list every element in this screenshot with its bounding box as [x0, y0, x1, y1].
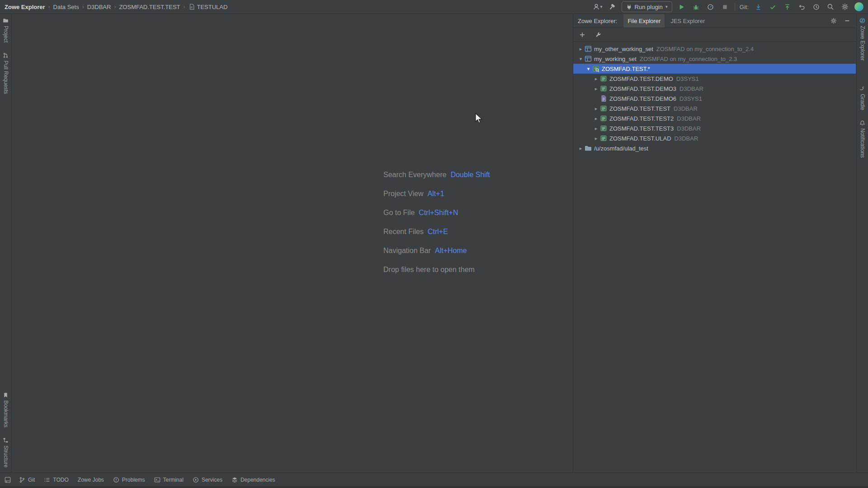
tree-item-suffix: D3DBAR [677, 125, 701, 132]
shortcut-hint-keys[interactable]: Alt+Home [435, 247, 467, 255]
tree-row[interactable]: ▸ZOSMFAD.TEST.DEMO3D3DBAR [573, 84, 856, 94]
tree-row[interactable]: ZOSMFAD.TEST.DEMO6D3SYS1 [573, 94, 856, 103]
toolwindow-button-zowe-jobs[interactable]: Zowe Jobs [73, 473, 108, 487]
commit-button[interactable] [768, 2, 778, 12]
stripe-button-notifications[interactable]: Notifications [859, 120, 866, 158]
shortcut-hint-keys[interactable]: Alt+1 [428, 190, 444, 198]
chevron-right-icon[interactable]: ▸ [577, 46, 585, 52]
tool-window-toolbar [573, 28, 856, 42]
tool-windows-toggle-button[interactable] [3, 475, 13, 485]
tree-row[interactable]: ▸ZOSMFAD.TEST.DEMOD3SYS1 [573, 74, 856, 84]
chevron-down-icon[interactable]: ▾ [585, 66, 592, 72]
stripe-button-pull-requests[interactable]: Pull Requests [3, 52, 9, 94]
wrench-button[interactable] [593, 30, 603, 40]
breadcrumb-label: Data Sets [53, 4, 79, 10]
shortcut-hint-keys[interactable]: Double Shift [451, 171, 490, 179]
toolwindow-button-problems[interactable]: Problems [108, 473, 150, 487]
chevron-right-icon[interactable]: ▸ [592, 136, 600, 141]
breadcrumb-item[interactable]: Zowe Explorer [5, 4, 45, 10]
chevron-right-icon[interactable]: ▸ [592, 106, 600, 112]
toolbar-group-run [677, 2, 730, 12]
left-stripe-bottom-group: BookmarksStructure [3, 392, 9, 468]
update-project-button[interactable] [753, 2, 763, 12]
zowe-explorer-tool-window: Zowe Explorer: File ExplorerJES Explorer… [573, 14, 856, 472]
toolbar-group-git [753, 2, 821, 12]
dataset-icon [600, 105, 607, 112]
tree-row[interactable]: ▸ZOSMFAD.TEST.ULADD3DBAR [573, 133, 856, 143]
rollback-button[interactable] [797, 2, 807, 12]
gear-button[interactable] [829, 16, 839, 26]
rollback-icon [798, 4, 805, 10]
tool-window-header: Zowe Explorer: File ExplorerJES Explorer [573, 14, 856, 28]
toolwindow-button-todo[interactable]: TODO [39, 473, 73, 487]
chevron-right-icon[interactable]: ▸ [592, 76, 600, 82]
right-tool-stripe: Zowe Explorer GradleNotifications [856, 14, 868, 472]
chevron-right-icon[interactable]: ▸ [592, 86, 600, 92]
main-toolbar: ▾ Run plugin ▾ Git: [592, 1, 863, 12]
tree-item-label: ZOSMFAD.TEST.DEMO [609, 75, 673, 82]
tab-file-explorer[interactable]: File Explorer [623, 14, 665, 28]
tree-item-suffix: D3DBAR [675, 135, 698, 142]
stripe-button-project[interactable]: Project [3, 18, 9, 42]
run-configuration-combo[interactable]: Run plugin ▾ [622, 1, 672, 12]
stripe-button-bookmarks[interactable]: Bookmarks [3, 392, 9, 427]
user-avatar[interactable] [854, 2, 863, 11]
toolwindow-button-label: TODO [53, 477, 68, 483]
uss-folder-icon [585, 145, 592, 152]
breadcrumb-item[interactable]: D3DBAR [87, 4, 111, 10]
working-set-icon [585, 55, 592, 62]
debug-button[interactable] [691, 2, 701, 12]
dataset-icon [600, 135, 607, 142]
tree-row[interactable]: ▸ZOSMFAD.TEST.TESTD3DBAR [573, 103, 856, 113]
run-button[interactable] [677, 2, 687, 12]
breadcrumb-item[interactable]: Data Sets [53, 4, 79, 10]
debug-icon [693, 4, 699, 10]
tree-row[interactable]: ▾my_working_setZOSMFAD on my_connection_… [573, 54, 856, 64]
toolwindow-button-dependencies[interactable]: Dependencies [227, 473, 280, 487]
breadcrumb-item[interactable]: TESTULAD [189, 4, 228, 10]
chevron-down-icon: ▾ [600, 5, 603, 9]
add-button[interactable] [577, 30, 587, 40]
tree-row[interactable]: ▸my_other_working_setZOSMFAD on my_conne… [573, 44, 856, 54]
tree-row[interactable]: ▾ZOSMFAD.TEST.* [573, 64, 856, 74]
profile-button[interactable] [706, 2, 716, 12]
shortcut-hint-keys[interactable]: Ctrl+Shift+N [419, 209, 458, 217]
settings-gear-icon [841, 3, 849, 10]
breadcrumb: Zowe Explorer›Data Sets›D3DBAR›ZOSMFAD.T… [5, 4, 227, 10]
tree-item-suffix: D3DBAR [679, 85, 703, 92]
tree-row[interactable]: ▸/u/zosmfad/ulad_test [573, 143, 856, 153]
todo-icon [44, 477, 50, 483]
tree-item-label: ZOSMFAD.TEST.ULAD [609, 135, 671, 142]
tool-window-title: Zowe Explorer: [578, 18, 617, 24]
minimize-button[interactable] [842, 16, 852, 26]
user-menu-button[interactable]: ▾ [592, 2, 603, 12]
toolbar-separator [735, 3, 735, 11]
stripe-button-structure[interactable]: Structure [3, 437, 9, 468]
dataset-tree: ▸my_other_working_setZOSMFAD on my_conne… [573, 42, 856, 472]
toolwindow-button-services[interactable]: Services [188, 473, 227, 487]
toolwindow-button-label: Problems [122, 477, 145, 483]
search-button[interactable] [826, 2, 835, 12]
chevron-right-icon[interactable]: ▸ [592, 126, 600, 131]
stripe-button-gradle[interactable]: Gradle [859, 86, 866, 110]
chevron-down-icon[interactable]: ▾ [577, 56, 585, 62]
tab-jes-explorer[interactable]: JES Explorer [666, 14, 709, 28]
settings-gear-button[interactable] [840, 2, 850, 12]
push-button[interactable] [782, 2, 792, 12]
stop-button[interactable] [720, 2, 730, 12]
bottom-tool-stripe: GitTODOZowe JobsProblemsTerminalServices… [0, 473, 868, 486]
toolwindow-button-git[interactable]: Git [14, 473, 39, 487]
toolwindow-button-terminal[interactable]: Terminal [150, 473, 188, 487]
chevron-right-icon[interactable]: ▸ [592, 116, 600, 122]
chevron-right-icon[interactable]: ▸ [577, 145, 585, 151]
dataset-mask-icon [592, 65, 599, 72]
breadcrumb-label: Zowe Explorer [5, 4, 45, 10]
tree-row[interactable]: ▸ZOSMFAD.TEST.TEST2D3DBAR [573, 113, 856, 123]
shortcut-hint-keys[interactable]: Ctrl+E [428, 228, 448, 236]
history-button[interactable] [811, 2, 821, 12]
tree-row[interactable]: ▸ZOSMFAD.TEST.TEST3D3DBAR [573, 123, 856, 133]
breadcrumb-item[interactable]: ZOSMFAD.TEST.TEST [119, 4, 180, 10]
build-hammer-button[interactable] [607, 2, 617, 12]
stripe-button-zowe-explorer[interactable]: Zowe Explorer [859, 18, 866, 61]
shortcut-hint-line: Navigation BarAlt+Home [383, 241, 490, 260]
